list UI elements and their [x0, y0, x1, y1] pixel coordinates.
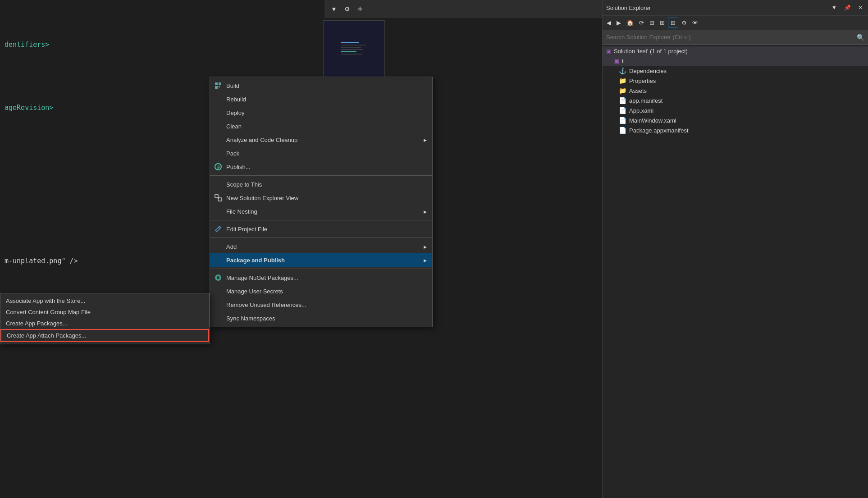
se-search-bar[interactable]: 🔍	[603, 30, 868, 45]
svg-rect-8	[219, 82, 221, 85]
svg-rect-2	[341, 45, 365, 46]
svg-rect-3	[341, 47, 361, 48]
sep-2	[210, 220, 432, 220]
menu-deploy-label: Deploy	[226, 110, 427, 116]
menu-publish-label: Publish...	[226, 164, 427, 170]
new-view-icon	[214, 193, 223, 202]
menu-item-file-nesting[interactable]: File Nesting	[210, 205, 432, 218]
scope-spacer	[214, 180, 223, 189]
menu-item-deploy[interactable]: Deploy	[210, 106, 432, 119]
menu-item-analyze[interactable]: Analyze and Code Cleanup	[210, 133, 432, 146]
menu-new-view-label: New Solution Explorer View	[226, 195, 427, 201]
se-preview-btn[interactable]: 👁	[690, 18, 700, 27]
se-root-label: Solution 'test' (1 of 1 project)	[614, 48, 688, 55]
remove-unused-spacer	[214, 300, 223, 309]
svg-rect-4	[341, 49, 363, 50]
add-arrow	[424, 244, 427, 249]
menu-build-label: Build	[226, 82, 427, 89]
se-settings-btn[interactable]: ⚙	[679, 18, 689, 27]
file-nesting-arrow	[424, 209, 427, 214]
menu-pack-label: Pack	[226, 150, 427, 157]
se-dropdown-btn[interactable]: ▼	[830, 4, 839, 12]
menu-remove-unused-label: Remove Unused References...	[226, 302, 427, 308]
menu-file-nesting-label: File Nesting	[226, 208, 420, 215]
se-project-item[interactable]: ▣ t	[603, 56, 868, 66]
se-root-item[interactable]: ▣ Solution 'test' (1 of 1 project)	[603, 46, 868, 56]
sep-4	[210, 269, 432, 269]
se-title: Solution Explorer	[606, 5, 826, 11]
appxaml-icon: 📄	[619, 107, 626, 114]
menu-item-clean[interactable]: Clean	[210, 119, 432, 133]
se-back-btn[interactable]: ◀	[604, 18, 613, 27]
submenu-convert[interactable]: Convert Content Group Map File	[0, 306, 209, 318]
publish-icon: ⊕	[214, 162, 223, 171]
menu-item-pack[interactable]: Pack	[210, 146, 432, 160]
se-app-manifest-label: app.manifest	[629, 97, 662, 104]
svg-rect-7	[215, 82, 218, 85]
project-icon: ▣	[613, 57, 619, 64]
se-item-dependencies[interactable]: ⚓ Dependencies	[603, 66, 868, 76]
analyze-spacer	[214, 135, 223, 144]
menu-item-manage-secrets[interactable]: Manage User Secrets	[210, 284, 432, 298]
build-icon	[214, 81, 223, 90]
submenu-create-packages[interactable]: Create App Packages...	[0, 318, 209, 329]
menu-manage-nuget-label: Manage NuGet Packages...	[226, 274, 427, 281]
se-home-btn[interactable]: 🏠	[624, 18, 636, 27]
menu-clean-label: Clean	[226, 123, 427, 130]
menu-item-new-view[interactable]: New Solution Explorer View	[210, 191, 432, 205]
se-item-mainwindow-xaml[interactable]: 📄 MainWindow.xaml	[603, 115, 868, 125]
menu-item-add[interactable]: Add	[210, 240, 432, 253]
mini-preview-inner	[324, 21, 384, 81]
submenu-create-attach[interactable]: Create App Attach Packages...	[0, 329, 209, 342]
submenu-associate[interactable]: Associate App with the Store...	[0, 295, 209, 306]
dropdown-arrow-btn[interactable]: ▼	[328, 4, 340, 14]
menu-analyze-label: Analyze and Code Cleanup	[226, 137, 420, 143]
menu-scope-label: Scope to This	[226, 181, 427, 188]
rebuild-spacer	[214, 95, 223, 104]
se-item-assets[interactable]: 📁 Assets	[603, 86, 868, 96]
menu-item-rebuild[interactable]: Rebuild	[210, 92, 432, 106]
editor-line-1: dentifiers>	[5, 41, 49, 49]
se-item-app-manifest[interactable]: 📄 app.manifest	[603, 96, 868, 105]
menu-manage-secrets-label: Manage User Secrets	[226, 288, 427, 295]
menu-item-package-publish[interactable]: Package and Publish	[210, 253, 432, 267]
se-titlebar: Solution Explorer ▼ 📌 ✕	[603, 0, 868, 16]
secrets-spacer	[214, 287, 223, 296]
se-close-btn[interactable]: ✕	[856, 4, 864, 12]
se-item-package-appxmanifest[interactable]: 📄 Package.appxmanifest	[603, 125, 868, 135]
svg-line-16	[219, 227, 220, 228]
se-item-app-xaml[interactable]: 📄 App.xaml	[603, 105, 868, 115]
add-spacer	[214, 242, 223, 251]
se-filter-btn[interactable]: ⊟	[647, 18, 657, 27]
deploy-spacer	[214, 108, 223, 117]
submenu-convert-label: Convert Content Group Map File	[6, 309, 91, 315]
se-search-input[interactable]	[606, 34, 857, 41]
sep-1	[210, 175, 432, 176]
pack-spacer	[214, 149, 223, 158]
menu-item-publish[interactable]: ⊕ Publish...	[210, 160, 432, 174]
settings-btn[interactable]: ⚙	[342, 4, 353, 14]
se-forward-btn[interactable]: ▶	[614, 18, 623, 27]
menu-item-remove-unused[interactable]: Remove Unused References...	[210, 298, 432, 311]
dependencies-icon: ⚓	[619, 67, 626, 74]
menu-item-build[interactable]: Build	[210, 79, 432, 92]
se-pin-btn[interactable]: 📌	[842, 4, 853, 12]
svg-point-18	[217, 276, 219, 279]
svg-text:⊕: ⊕	[216, 164, 220, 169]
se-package-manifest-label: Package.appxmanifest	[629, 127, 689, 134]
se-sync-btn[interactable]: ⟳	[637, 18, 646, 27]
menu-item-manage-nuget[interactable]: Manage NuGet Packages...	[210, 271, 432, 284]
se-view-btn[interactable]: ⊞	[668, 18, 678, 28]
properties-icon: 📁	[619, 77, 626, 84]
menu-item-scope[interactable]: Scope to This	[210, 178, 432, 191]
analyze-arrow	[424, 137, 427, 142]
svg-rect-1	[341, 42, 359, 43]
svg-rect-5	[341, 51, 356, 52]
se-collapse-btn[interactable]: ⊞	[658, 18, 667, 27]
se-toolbar: ◀ ▶ 🏠 ⟳ ⊟ ⊞ ⊞ ⚙ 👁	[603, 16, 868, 30]
se-item-properties[interactable]: 📁 Properties	[603, 76, 868, 86]
sep-3	[210, 238, 432, 238]
menu-item-edit-project[interactable]: Edit Project File	[210, 222, 432, 236]
menu-item-sync-namespaces[interactable]: Sync Namespaces	[210, 311, 432, 325]
move-btn[interactable]: ✛	[355, 4, 365, 14]
